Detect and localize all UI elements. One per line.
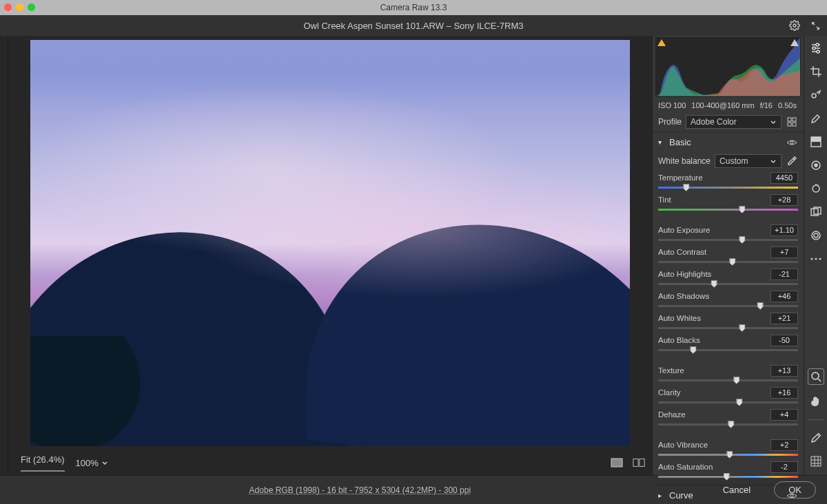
svg-rect-18 [811,137,821,142]
file-header: Owl Creek Aspen Sunset 101.ARW – Sony IL… [0,15,827,36]
crop-tool-icon[interactable] [809,65,823,78]
dehaze-slider[interactable]: Dehaze+4 [658,409,798,427]
shadow-clip-warning-icon[interactable] [657,39,666,46]
graduated-filter-icon[interactable] [809,135,823,149]
svg-point-16 [812,94,816,98]
curve-section-title: Curve [669,490,693,501]
exif-metadata: ISO 100 100-400@160 mm f/16 0.50s [653,98,804,112]
svg-point-26 [812,231,820,240]
more-options-icon[interactable] [809,252,823,266]
tint-slider[interactable]: Tint+28 [658,194,798,212]
svg-rect-5 [793,118,796,121]
edit-sliders-tool-icon[interactable] [809,41,823,55]
vibrance-slider[interactable]: Auto Vibrance+2 [658,439,798,457]
shadows-value[interactable]: +46 [770,291,798,302]
highlight-clip-warning-icon[interactable] [790,39,799,46]
filmstrip-collapse[interactable] [0,36,8,475]
settings-gear-icon[interactable] [788,19,801,32]
grid-overlay-icon[interactable] [809,454,823,468]
exif-aperture: f/16 [760,101,773,109]
exif-lens: 100-400@160 mm [691,101,754,109]
svg-point-13 [813,47,815,50]
vibrance-label: Auto Vibrance [658,441,708,449]
texture-slider[interactable]: Texture+13 [658,365,798,383]
zoom-level-select[interactable]: 100% [76,458,108,468]
window-title: Camera Raw 13.3 [380,3,447,12]
before-after-single-icon[interactable] [611,456,623,469]
photo-preview[interactable] [30,40,630,446]
clarity-value[interactable]: +16 [770,387,798,399]
zoom-tool-icon[interactable] [808,368,824,385]
radial-filter-icon[interactable] [809,158,823,172]
saturation-label: Auto Saturation [658,463,713,471]
section-visibility-icon[interactable] [786,136,798,149]
exif-iso: ISO 100 [658,101,686,109]
exposure-label: Auto Exposure [658,226,710,234]
whites-slider[interactable]: Auto Whites+21 [658,313,798,330]
svg-line-32 [818,379,821,381]
histogram[interactable] [655,37,801,97]
spot-removal-tool-icon[interactable] [809,88,823,102]
highlights-slider[interactable]: Auto Highlights-21 [658,269,798,286]
dehaze-value[interactable]: +4 [770,409,798,421]
document-info-link[interactable]: Adobe RGB (1998) - 16 bit - 7952 x 5304 … [249,485,471,495]
svg-rect-33 [811,456,821,466]
svg-rect-7 [793,123,796,126]
file-title: Owl Creek Aspen Sunset 101.ARW – Sony IL… [303,21,523,31]
minimize-window-button[interactable] [16,3,23,11]
clarity-slider[interactable]: Clarity+16 [658,387,798,405]
svg-line-23 [817,185,818,186]
exposure-slider[interactable]: Auto Exposure+1.10 [658,224,798,242]
texture-value[interactable]: +13 [770,365,798,377]
basic-section-header[interactable]: ▾ Basic [653,132,804,153]
foreground-tree [30,336,161,446]
whites-value[interactable]: +21 [770,313,798,324]
close-window-button[interactable] [4,3,12,11]
white-balance-eyedropper-icon[interactable] [786,155,798,167]
contrast-value[interactable]: +7 [770,246,798,258]
color-sampler-icon[interactable] [809,431,823,445]
svg-point-0 [793,24,796,27]
ok-button[interactable]: OK [774,481,816,498]
profile-browser-icon[interactable] [786,116,798,128]
blacks-slider[interactable]: Auto Blacks-50 [658,335,798,353]
highlights-value[interactable]: -21 [770,269,798,280]
fullscreen-icon[interactable] [809,19,821,32]
blacks-label: Auto Blacks [658,336,700,344]
hill-left [30,220,347,446]
snapshots-icon[interactable] [809,205,823,219]
zoom-fit-label[interactable]: Fit (26.4%) [21,454,65,472]
before-after-split-icon[interactable] [633,456,645,469]
exposure-value[interactable]: +1.10 [770,224,798,236]
shadows-slider[interactable]: Auto Shadows+46 [658,291,798,308]
redeye-tool-icon[interactable] [809,182,823,196]
vibrance-value[interactable]: +2 [770,439,798,451]
cancel-button[interactable]: Cancel [709,482,764,498]
saturation-value[interactable]: -2 [770,461,798,473]
tint-value[interactable]: +28 [770,194,798,206]
zoom-level-value: 100% [76,458,99,468]
dehaze-label: Dehaze [658,410,686,419]
maximize-window-button[interactable] [28,3,35,11]
hand-tool-icon[interactable] [809,395,823,408]
svg-point-8 [790,141,793,144]
temperature-value[interactable]: 4450 [770,172,798,184]
presets-icon[interactable] [809,229,823,242]
hill-right [306,206,630,446]
temperature-slider[interactable]: Temperature4450 [658,172,798,190]
svg-point-31 [812,372,819,379]
local-adjust-brush-icon[interactable] [809,112,823,125]
white-balance-label: White balance [658,156,711,166]
contrast-slider[interactable]: Auto Contrast+7 [658,246,798,264]
white-balance-select[interactable]: Custom [715,154,782,168]
window-traffic-lights[interactable] [4,3,35,11]
profile-select[interactable]: Adobe Color [686,115,782,129]
svg-point-20 [815,164,817,167]
mountain-peaks [206,322,454,364]
svg-point-28 [810,258,813,260]
blacks-value[interactable]: -50 [770,335,798,346]
tint-label: Tint [658,196,671,204]
svg-rect-3 [640,459,644,467]
saturation-slider[interactable]: Auto Saturation-2 [658,461,798,479]
profile-value: Adobe Color [691,117,737,127]
